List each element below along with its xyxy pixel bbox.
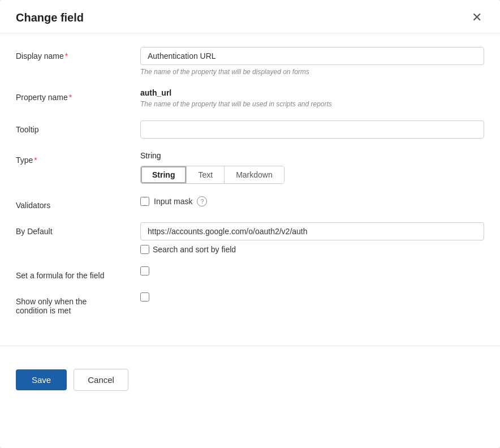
property-name-control: auth_url The name of the property that w… bbox=[140, 88, 484, 108]
dialog-footer: Save Cancel bbox=[0, 357, 500, 407]
formula-label: Set a formula for the field bbox=[16, 266, 140, 280]
save-button[interactable]: Save bbox=[16, 369, 67, 390]
type-current-value: String bbox=[140, 151, 484, 160]
type-row: Type* String String Text Markdown bbox=[16, 151, 484, 184]
property-name-hint: The name of the property that will be us… bbox=[140, 100, 484, 108]
dialog-title: Change field bbox=[16, 11, 84, 24]
display-name-hint: The name of the property that will be di… bbox=[140, 68, 484, 76]
tooltip-control bbox=[140, 120, 484, 139]
condition-checkbox[interactable] bbox=[140, 292, 149, 301]
type-buttons-group: String Text Markdown bbox=[140, 166, 285, 184]
formula-row: Set a formula for the field bbox=[16, 266, 484, 280]
tooltip-label: Tooltip bbox=[16, 120, 140, 134]
by-default-input[interactable] bbox=[140, 222, 484, 240]
property-name-label: Property name* bbox=[16, 88, 140, 102]
condition-row: Show only when the condition is met bbox=[16, 292, 484, 315]
dialog-body: Display name* The name of the property t… bbox=[0, 33, 500, 341]
dialog-header: Change field ✕ bbox=[0, 0, 500, 33]
validators-label: Validators bbox=[16, 196, 140, 210]
tooltip-row: Tooltip bbox=[16, 120, 484, 139]
required-star-2: * bbox=[69, 93, 72, 102]
type-label-cell: Type* bbox=[16, 151, 140, 165]
condition-label: Show only when the condition is met bbox=[16, 292, 140, 315]
property-name-row: Property name* auth_url The name of the … bbox=[16, 88, 484, 108]
type-btn-string[interactable]: String bbox=[141, 166, 187, 183]
footer-divider bbox=[0, 346, 500, 346]
type-btn-text[interactable]: Text bbox=[187, 166, 225, 183]
required-star-3: * bbox=[34, 156, 37, 165]
search-sort-checkbox[interactable] bbox=[140, 245, 149, 254]
by-default-row: By Default Search and sort by field bbox=[16, 222, 484, 254]
required-star: * bbox=[65, 51, 68, 61]
by-default-control: Search and sort by field bbox=[140, 222, 484, 254]
condition-control bbox=[140, 292, 484, 304]
by-default-label: By Default bbox=[16, 222, 140, 236]
by-default-section: Search and sort by field bbox=[140, 222, 484, 254]
validators-row: Validators Input mask ? bbox=[16, 196, 484, 210]
change-field-dialog: Change field ✕ Display name* The name of… bbox=[0, 0, 500, 448]
close-button[interactable]: ✕ bbox=[469, 10, 484, 25]
formula-checkbox[interactable] bbox=[140, 266, 149, 275]
display-name-control: The name of the property that will be di… bbox=[140, 47, 484, 76]
search-sort-label[interactable]: Search and sort by field bbox=[140, 245, 484, 254]
validators-inner: Input mask ? bbox=[140, 196, 484, 206]
input-mask-checkbox[interactable] bbox=[140, 197, 149, 206]
display-name-input[interactable] bbox=[140, 47, 484, 65]
formula-control bbox=[140, 266, 484, 278]
tooltip-input[interactable] bbox=[140, 120, 484, 139]
property-name-value: auth_url bbox=[140, 88, 484, 97]
input-mask-help-icon[interactable]: ? bbox=[197, 196, 207, 206]
validators-control: Input mask ? bbox=[140, 196, 484, 206]
type-btn-markdown[interactable]: Markdown bbox=[225, 166, 284, 183]
display-name-label: Display name* bbox=[16, 47, 140, 61]
display-name-row: Display name* The name of the property t… bbox=[16, 47, 484, 76]
input-mask-label: Input mask bbox=[154, 197, 192, 206]
cancel-button[interactable]: Cancel bbox=[74, 369, 128, 391]
type-control: String String Text Markdown bbox=[140, 151, 484, 184]
